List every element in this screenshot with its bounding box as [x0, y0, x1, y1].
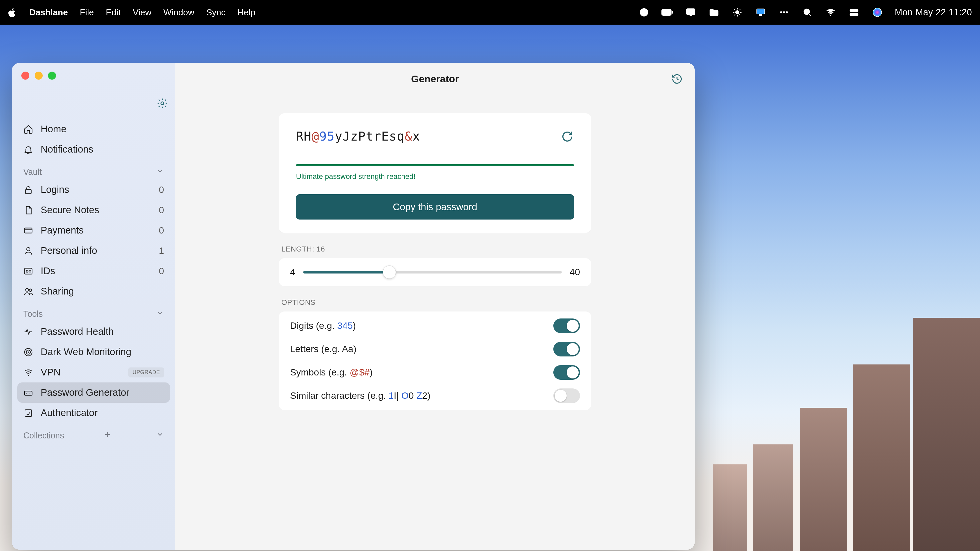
main-panel: Generator RH@95yJzPtrEsq&x Ultimate pass…	[175, 63, 695, 549]
slider-thumb[interactable]	[383, 265, 396, 279]
sidebar-item-count: 0	[159, 266, 164, 276]
settings-button[interactable]	[157, 98, 168, 109]
sidebar: Home Notifications Vault Logins 0 Secure…	[12, 63, 175, 549]
window-minimize-button[interactable]	[35, 71, 43, 79]
svg-rect-19	[25, 189, 31, 194]
option-label: Letters (e.g. Aa)	[290, 344, 356, 354]
sidebar-section-tools[interactable]: Tools	[18, 302, 170, 321]
svg-rect-14	[850, 13, 858, 16]
sidebar-item-sharing[interactable]: Sharing	[18, 281, 170, 302]
sidebar-item-label: Secure Notes	[41, 205, 99, 216]
svg-rect-31	[25, 410, 32, 416]
macos-menubar: Dashlane File Edit View Window Sync Help…	[0, 0, 980, 25]
people-icon	[23, 286, 33, 297]
toggle-letters[interactable]	[553, 342, 580, 356]
apple-icon[interactable]	[7, 7, 18, 17]
brightness-tray-icon[interactable]	[731, 6, 743, 18]
strength-text: Ultimate password strength reached!	[296, 172, 574, 181]
slider-fill	[303, 271, 389, 273]
toggle-similar[interactable]	[553, 388, 580, 403]
generated-password[interactable]: RH@95yJzPtrEsq&x	[296, 129, 420, 144]
svg-point-17	[873, 8, 882, 17]
sidebar-item-password-health[interactable]: Password Health	[18, 321, 170, 342]
toggle-symbols[interactable]	[553, 365, 580, 380]
spotlight-tray-icon[interactable]	[801, 6, 813, 18]
length-label: LENGTH: 16	[278, 245, 591, 254]
chevron-down-icon	[156, 430, 164, 440]
sidebar-item-count: 0	[159, 225, 164, 236]
sidebar-item-ids[interactable]: IDs 0	[18, 261, 170, 281]
menu-view[interactable]: View	[133, 7, 151, 17]
svg-rect-4	[687, 9, 695, 14]
sidebar-item-label: Password Health	[41, 326, 114, 337]
sidebar-item-label: Payments	[41, 225, 84, 236]
svg-point-24	[25, 288, 29, 291]
sidebar-section-vault[interactable]: Vault	[18, 160, 170, 179]
menu-sync[interactable]: Sync	[206, 7, 226, 17]
svg-point-23	[26, 270, 28, 272]
regenerate-button[interactable]	[561, 130, 574, 143]
plus-icon[interactable]	[103, 430, 112, 440]
sidebar-item-secure-notes[interactable]: Secure Notes 0	[18, 200, 170, 220]
menu-app-name[interactable]: Dashlane	[29, 7, 68, 17]
svg-rect-13	[850, 10, 858, 12]
battery-tray-icon[interactable]	[661, 6, 673, 18]
note-icon	[23, 205, 33, 215]
display-tray-icon[interactable]	[755, 6, 767, 18]
timemachine-tray-icon[interactable]	[638, 6, 650, 18]
sidebar-item-home[interactable]: Home	[18, 119, 170, 139]
sidebar-item-payments[interactable]: Payments 0	[18, 220, 170, 241]
svg-point-5	[736, 11, 739, 14]
chevron-down-icon	[156, 309, 164, 319]
sidebar-item-label: Dark Web Monitoring	[41, 346, 131, 357]
authenticator-icon	[23, 408, 33, 418]
main-header: Generator	[175, 63, 695, 95]
sidebar-item-label: IDs	[41, 265, 55, 276]
siri-tray-icon[interactable]	[871, 6, 883, 18]
history-button[interactable]	[671, 73, 682, 85]
window-close-button[interactable]	[21, 71, 29, 79]
sidebar-item-password-generator[interactable]: Password Generator	[18, 383, 170, 403]
sidebar-section-collections[interactable]: Collections	[18, 423, 170, 443]
menu-edit[interactable]: Edit	[106, 7, 121, 17]
menu-window[interactable]: Window	[163, 7, 194, 17]
sidebar-item-logins[interactable]: Logins 0	[18, 179, 170, 200]
sidebar-item-personal-info[interactable]: Personal info 1	[18, 241, 170, 261]
sidebar-item-count: 0	[159, 205, 164, 216]
window-controls	[18, 68, 170, 79]
sidebar-item-authenticator[interactable]: Authenticator	[18, 403, 170, 423]
svg-point-25	[29, 289, 32, 292]
page-title: Generator	[411, 73, 459, 85]
sidebar-item-label: Notifications	[41, 144, 93, 155]
copy-password-button[interactable]: Copy this password	[296, 194, 574, 219]
options-card: Digits (e.g. 345) Letters (e.g. Aa) Symb…	[278, 311, 591, 410]
menubar-datetime[interactable]: Mon May 22 11:20	[895, 7, 972, 17]
window-zoom-button[interactable]	[48, 71, 56, 79]
sidebar-item-vpn[interactable]: VPN UPGRADE	[18, 362, 170, 383]
folder-tray-icon[interactable]	[708, 6, 720, 18]
sidebar-item-notifications[interactable]: Notifications	[18, 139, 170, 160]
sidebar-section-label: Collections	[23, 431, 64, 440]
menu-help[interactable]: Help	[238, 7, 255, 17]
control-center-tray-icon[interactable]	[848, 6, 860, 18]
more-tray-icon[interactable]	[778, 6, 790, 18]
svg-point-16	[855, 14, 857, 15]
svg-point-29	[28, 375, 29, 376]
toggle-digits[interactable]	[553, 319, 580, 333]
screenmirror-tray-icon[interactable]	[685, 6, 697, 18]
desktop-wallpaper-skyline	[687, 311, 980, 551]
slider-max: 40	[570, 267, 580, 278]
sidebar-item-dark-web[interactable]: Dark Web Monitoring	[18, 342, 170, 362]
sidebar-item-label: Authenticator	[41, 407, 98, 418]
card-icon	[23, 225, 33, 235]
sidebar-item-label: Password Generator	[41, 387, 129, 398]
option-row-similar: Similar characters (e.g. 1I| O0 Z2)	[290, 384, 580, 407]
sidebar-item-count: 1	[159, 246, 164, 256]
bell-icon	[23, 144, 33, 154]
menu-file[interactable]: File	[80, 7, 94, 17]
svg-rect-2	[672, 11, 673, 14]
upgrade-badge: UPGRADE	[128, 367, 164, 378]
length-slider[interactable]	[303, 271, 562, 273]
wifi-tray-icon[interactable]	[825, 6, 837, 18]
pulse-icon	[23, 327, 33, 337]
